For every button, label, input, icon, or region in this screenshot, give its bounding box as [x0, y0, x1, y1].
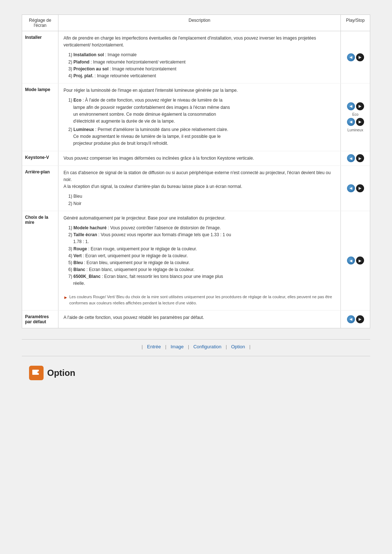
sep2: |: [165, 344, 166, 349]
desc-choix-mire: Généré automatiquement par le projecteur…: [58, 211, 341, 310]
desc-arriere-plan: En cas d'absence de signal de la station…: [58, 166, 341, 211]
btn-next-eco[interactable]: ▶: [356, 102, 364, 110]
btn-prev-choix-mire[interactable]: ◀: [347, 257, 355, 264]
table-header: Réglage de l'écran Description Play/Stop: [22, 15, 370, 31]
controls-arriere-plan: ◀ ▶: [341, 166, 370, 211]
row-keystone-v: Keystone-V Vous pouvez compenser les ima…: [22, 151, 370, 166]
item-mire-5: 5) Bleu : Ecran bleu, uniquement pour le…: [64, 259, 335, 266]
label-arriere-plan: Arrière-plan: [22, 166, 58, 211]
btn-next-installer[interactable]: ▶: [356, 53, 364, 61]
controls-keystone-v: ◀ ▶: [341, 151, 370, 165]
btn-next-choix-mire[interactable]: ▶: [356, 257, 364, 264]
item-installer-1: 1) Installation sol : Image normale: [64, 52, 335, 58]
item-mire-6: 6) Blanc : Ecran blanc, uniquement pour …: [64, 266, 335, 273]
item-installer-3: 3) Projection au sol : Image retournée h…: [64, 66, 335, 73]
item-mire-3: 3) Rouge : Ecran rouge, uniquement pour …: [64, 246, 335, 253]
controls-mode-lampe: ◀ ▶ Eco ◀ ▶ Lumineux: [341, 83, 370, 151]
item-arriere-1: 1) Bleu: [64, 193, 335, 200]
desc-installer: Afin de prendre en charge les imperfecti…: [58, 31, 341, 83]
item-installer-4: 4) Proj. plaf. : Image retournée vertica…: [64, 73, 335, 79]
btn-pair-arriere-plan: ◀ ▶: [347, 184, 364, 192]
btn-prev-arriere-plan[interactable]: ◀: [347, 184, 355, 192]
note-mire: ► Les couleurs Rouge/ Vert/ Bleu du choi…: [64, 294, 335, 307]
nav-image[interactable]: Image: [171, 344, 184, 349]
label-installer: Installer: [22, 31, 58, 83]
item-mire-4: 4) Vert : Ecran vert, uniquement pour le…: [64, 253, 335, 259]
btn-pair-installer: ◀ ▶: [347, 53, 364, 61]
btn-prev-eco[interactable]: ◀: [347, 102, 355, 110]
label-parametres-defaut: Paramètres par défaut: [22, 311, 58, 328]
nav-option[interactable]: Option: [231, 344, 245, 349]
btn-prev-keystone-v[interactable]: ◀: [347, 154, 355, 162]
row-choix-mire: Choix de la mire Généré automatiquement …: [22, 211, 370, 311]
label-eco: Eco: [352, 112, 358, 116]
main-table: Réglage de l'écran Description Play/Stop…: [22, 15, 370, 328]
sep4: |: [226, 344, 227, 349]
bottom-nav: | Entrée | Image | Configuration | Optio…: [22, 339, 370, 356]
item-lampe-1: 1) Eco : À l'aide de cette fonction, vou…: [64, 97, 335, 125]
option-section: Option: [22, 360, 370, 380]
label-mode-lampe: Mode lampe: [22, 83, 58, 151]
item-mire-1: 1) Modele hachuré : Vous pouvez contrôle…: [64, 225, 335, 231]
desc-mode-lampe: Pour régler la luminosité de l'image en …: [58, 83, 341, 151]
row-mode-lampe: Mode lampe Pour régler la luminosité de …: [22, 83, 370, 151]
btn-next-keystone-v[interactable]: ▶: [356, 154, 364, 162]
desc-keystone-v: Vous pouvez compenser les images déformé…: [58, 151, 341, 165]
btn-next-parametres-defaut[interactable]: ▶: [356, 315, 364, 323]
btn-pair-choix-mire: ◀ ▶: [347, 257, 364, 264]
note-arrow-icon: ►: [64, 294, 68, 301]
item-arriere-2: 2) Noir: [64, 200, 335, 207]
controls-choix-mire: ◀ ▶: [341, 211, 370, 310]
label-keystone-v: Keystone-V: [22, 151, 58, 165]
row-arriere-plan: Arrière-plan En cas d'absence de signal …: [22, 166, 370, 211]
item-mire-2: 2) Taille écran : Vous pouvez vous repor…: [64, 231, 335, 245]
controls-parametres-defaut: ◀ ▶: [341, 311, 370, 328]
page-wrapper: Réglage de l'écran Description Play/Stop…: [0, 0, 392, 554]
btn-pair-eco: ◀ ▶: [347, 102, 364, 110]
btn-pair-lumineux: ◀ ▶: [347, 118, 364, 126]
label-choix-mire: Choix de la mire: [22, 211, 58, 310]
nav-entree[interactable]: Entrée: [147, 344, 161, 349]
option-icon: [29, 366, 44, 380]
sep3: |: [188, 344, 189, 349]
header-col3: Play/Stop: [341, 15, 370, 31]
btn-pair-parametres-defaut: ◀ ▶: [347, 315, 364, 323]
btn-next-lumineux[interactable]: ▶: [356, 118, 364, 126]
item-mire-7: 7) 6500K_Blanc : Ecran blanc, fait resso…: [64, 273, 335, 287]
option-title: Option: [47, 368, 75, 378]
header-col1: Réglage de l'écran: [22, 15, 58, 31]
btn-prev-parametres-defaut[interactable]: ◀: [347, 315, 355, 323]
option-svg-icon: [31, 368, 41, 378]
item-lampe-2: 2) Lumineux : Permet d'améliorer la lumi…: [64, 126, 335, 147]
sep5: |: [249, 344, 250, 349]
nav-configuration[interactable]: Configuration: [193, 344, 221, 349]
header-col2: Description: [58, 15, 341, 31]
item-installer-2: 2) Plafond : Image retournée horizontale…: [64, 59, 335, 66]
row-parametres-defaut: Paramètres par défaut A l'aide de cette …: [22, 311, 370, 328]
btn-next-arriere-plan[interactable]: ▶: [356, 184, 364, 192]
controls-installer: ◀ ▶: [341, 31, 370, 83]
label-lumineux: Lumineux: [347, 128, 363, 132]
sep1: |: [142, 344, 143, 349]
row-installer: Installer Afin de prendre en charge les …: [22, 31, 370, 83]
btn-prev-installer[interactable]: ◀: [347, 53, 355, 61]
btn-prev-lumineux[interactable]: ◀: [347, 118, 355, 126]
btn-pair-keystone-v: ◀ ▶: [347, 154, 364, 162]
desc-parametres-defaut: A l'aide de cette fonction, vous pouvez …: [58, 311, 341, 328]
